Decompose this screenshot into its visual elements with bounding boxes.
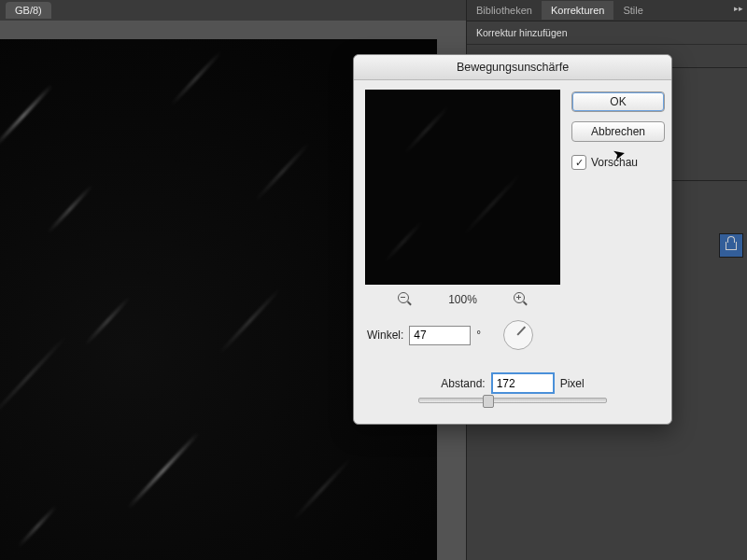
angle-dial[interactable] — [503, 320, 533, 350]
lock-layer-button[interactable] — [719, 233, 743, 258]
distance-label: Abstand: — [441, 377, 485, 390]
angle-field[interactable] — [409, 326, 471, 345]
zoom-in-button[interactable] — [514, 292, 529, 307]
tab-bibliotheken[interactable]: Bibliotheken — [467, 1, 542, 20]
filter-preview[interactable] — [365, 90, 560, 285]
zoom-level: 100% — [441, 293, 486, 306]
slider-thumb[interactable] — [483, 395, 494, 408]
document-tab[interactable]: GB/8) — [6, 2, 51, 19]
angle-label: Winkel: — [367, 329, 403, 342]
panel-subtitle: Korrektur hinzufügen — [467, 21, 747, 45]
panel-menu-icon[interactable]: ▸▸ — [734, 4, 743, 13]
ok-button[interactable]: OK — [571, 91, 665, 112]
document-tab-label: GB/8) — [15, 5, 42, 16]
tab-korrekturen[interactable]: Korrekturen — [542, 1, 613, 20]
zoom-out-button[interactable] — [398, 292, 413, 307]
preview-checkbox[interactable]: ✓ — [571, 155, 586, 170]
dialog-title: Bewegungsunschärfe — [354, 55, 671, 80]
tab-stile[interactable]: Stile — [613, 1, 652, 20]
distance-unit: Pixel — [560, 377, 585, 390]
panel-tabs: Bibliotheken Korrekturen Stile — [467, 0, 747, 21]
lock-icon — [726, 242, 737, 250]
distance-field[interactable] — [491, 372, 555, 394]
cancel-button[interactable]: Abbrechen — [571, 121, 665, 142]
angle-unit: ° — [476, 329, 481, 342]
distance-slider[interactable] — [418, 398, 607, 403]
motion-blur-dialog: Bewegungsunschärfe 100% Winkel: ° OK Ab — [353, 54, 672, 425]
